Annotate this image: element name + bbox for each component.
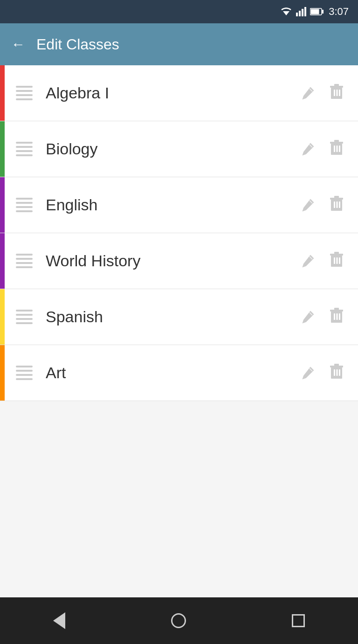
trash-icon [329,84,344,101]
svg-rect-2 [299,11,301,16]
svg-rect-10 [334,84,339,86]
svg-rect-23 [334,201,335,208]
drag-handle-biology[interactable] [16,142,33,156]
svg-rect-22 [334,196,339,198]
delete-button-spanish[interactable] [324,303,349,331]
bottom-nav [0,597,358,644]
class-item-world-history: World History [0,233,358,289]
svg-rect-25 [339,201,340,208]
class-item-algebra: Algebra I [0,65,358,121]
svg-rect-18 [337,145,338,152]
pencil-icon [301,141,316,156]
page-title: Edit Classes [36,36,119,53]
svg-rect-30 [337,257,338,264]
svg-rect-1 [296,13,298,16]
svg-rect-7 [322,10,324,14]
nav-recents-button[interactable] [292,614,305,627]
class-name-spanish: Spanish [46,308,293,326]
color-bar-world-history [0,233,5,289]
edit-button-spanish[interactable] [296,304,321,330]
edit-button-world-history[interactable] [296,248,321,274]
svg-rect-4 [304,7,306,16]
drag-handle-english[interactable] [16,198,33,212]
recents-nav-icon [292,614,305,627]
svg-rect-34 [334,308,339,310]
class-item-spanish: Spanish [0,289,358,345]
edit-button-algebra[interactable] [296,80,321,106]
svg-rect-42 [337,369,338,376]
pencil-icon [301,253,316,268]
svg-rect-37 [339,313,340,320]
class-name-english: English [46,196,293,214]
delete-button-english[interactable] [324,191,349,219]
svg-rect-40 [334,364,339,366]
app-bar: ← Edit Classes [0,23,358,65]
pencil-icon [301,85,316,100]
color-bar-algebra [0,65,5,121]
trash-icon [329,364,344,381]
pencil-icon [301,365,316,380]
svg-rect-17 [334,145,335,152]
drag-handle-algebra[interactable] [16,86,33,100]
class-list: Algebra I [0,65,358,597]
svg-rect-28 [334,252,339,254]
status-icons [280,7,324,16]
svg-rect-3 [302,9,303,16]
color-bar-spanish [0,289,5,345]
svg-rect-31 [339,257,340,264]
edit-button-art[interactable] [296,360,321,386]
trash-icon [329,140,344,157]
home-nav-icon [171,613,186,628]
delete-button-world-history[interactable] [324,247,349,275]
color-bar-art [0,345,5,401]
nav-home-button[interactable] [171,613,186,628]
delete-button-algebra[interactable] [324,79,349,107]
battery-icon [310,7,324,16]
back-button[interactable]: ← [11,37,25,51]
class-item-art: Art [0,345,358,401]
svg-rect-16 [334,140,339,142]
svg-rect-11 [334,90,335,96]
class-name-biology: Biology [46,140,293,158]
drag-handle-world-history[interactable] [16,254,33,268]
class-item-english: English [0,177,358,233]
svg-rect-35 [334,313,335,320]
svg-rect-13 [339,90,340,96]
class-item-biology: Biology [0,121,358,177]
svg-marker-0 [283,11,289,15]
class-name-world-history: World History [46,252,293,270]
drag-handle-art[interactable] [16,366,33,380]
trash-icon [329,308,344,325]
pencil-icon [301,197,316,212]
signal-icon [296,7,306,16]
class-name-algebra: Algebra I [46,84,293,102]
time-display: 3:07 [329,6,349,18]
svg-rect-24 [337,201,338,208]
wifi-icon [280,7,292,16]
color-bar-english [0,177,5,233]
delete-button-art[interactable] [324,359,349,387]
trash-icon [329,196,344,213]
svg-rect-41 [334,369,335,376]
status-bar: 3:07 [0,0,358,23]
nav-back-button[interactable] [53,612,65,629]
edit-button-biology[interactable] [296,136,321,162]
trash-icon [329,252,344,269]
back-nav-icon [53,612,65,629]
svg-rect-12 [337,90,338,96]
color-bar-biology [0,121,5,177]
class-name-art: Art [46,364,293,382]
pencil-icon [301,309,316,324]
delete-button-biology[interactable] [324,135,349,163]
svg-rect-43 [339,369,340,376]
svg-rect-36 [337,313,338,320]
svg-rect-29 [334,257,335,264]
svg-rect-6 [311,9,319,14]
svg-rect-19 [339,145,340,152]
edit-button-english[interactable] [296,192,321,218]
drag-handle-spanish[interactable] [16,310,33,324]
